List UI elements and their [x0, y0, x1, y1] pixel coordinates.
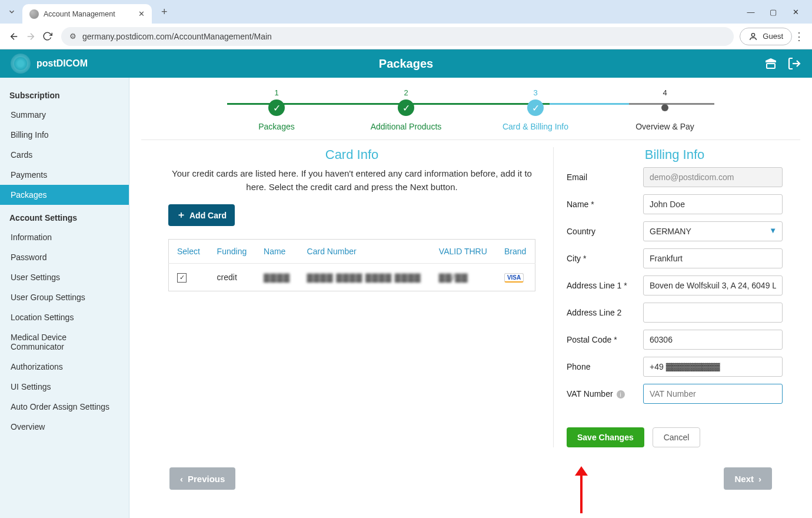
- billing-info-panel: Billing Info Email Name * CountryGERMANY…: [553, 147, 800, 447]
- add-card-button[interactable]: ＋ Add Card: [168, 204, 235, 226]
- sidebar-item-packages[interactable]: Packages: [0, 185, 129, 205]
- guest-label: Guest: [763, 32, 783, 41]
- url-text: germany.postdicom.com/AccountManagement/…: [82, 32, 272, 41]
- window-close-icon[interactable]: ✕: [791, 7, 800, 16]
- card-info-title: Card Info: [168, 147, 535, 162]
- logout-icon[interactable]: [787, 57, 801, 71]
- postal-code-field[interactable]: [643, 330, 783, 350]
- label-city: City *: [567, 254, 643, 263]
- tab-close-icon[interactable]: ✕: [138, 9, 145, 18]
- label-vat: VAT Numberi: [567, 389, 643, 399]
- nav-forward-icon: [22, 28, 39, 45]
- brand-logo-icon: [11, 54, 31, 74]
- nav-back-icon[interactable]: [6, 28, 22, 45]
- billing-info-title: Billing Info: [567, 147, 783, 162]
- email-field: [643, 167, 783, 187]
- phone-field[interactable]: [643, 357, 783, 377]
- next-button[interactable]: Next ›: [724, 467, 772, 490]
- previous-button[interactable]: ‹ Previous: [169, 467, 235, 490]
- card-info-panel: Card Info Your credit cards are listed h…: [141, 147, 553, 447]
- col-funding[interactable]: Funding: [209, 240, 255, 264]
- tab-title: Account Management: [44, 10, 115, 18]
- sidebar-item-payments[interactable]: Payments: [0, 165, 129, 185]
- app-header: postDICOM Packages: [0, 49, 812, 78]
- label-email: Email: [567, 172, 643, 182]
- label-postal: Postal Code *: [567, 335, 643, 344]
- checkmark-icon: ✓: [398, 99, 414, 116]
- sidebar-item-information[interactable]: Information: [0, 227, 129, 247]
- step-line: [550, 103, 628, 105]
- cell-card-number: ▓▓▓▓ ▓▓▓▓ ▓▓▓▓ ▓▓▓▓: [299, 264, 431, 291]
- address1-field[interactable]: [643, 275, 783, 295]
- window-maximize-icon[interactable]: ▢: [768, 7, 778, 16]
- cell-valid-thru: ▓▓/▓▓: [431, 264, 496, 291]
- cell-name: ▓▓▓▓: [255, 264, 299, 291]
- label-country: Country: [567, 227, 643, 236]
- content-area: 1 ✓ Packages 2 ✓ Additional Products 3 ✓…: [129, 78, 812, 518]
- wizard-stepper: 1 ✓ Packages 2 ✓ Additional Products 3 ✓…: [141, 84, 800, 140]
- col-brand[interactable]: Brand: [496, 240, 535, 264]
- row-select-checkbox[interactable]: ✓: [177, 273, 187, 283]
- sidebar-heading-subscription: Subscription: [0, 82, 129, 105]
- step-packages[interactable]: 1 ✓ Packages: [212, 88, 341, 131]
- address2-field[interactable]: [643, 303, 783, 323]
- sidebar-item-billing-info[interactable]: Billing Info: [0, 125, 129, 145]
- brand[interactable]: postDICOM: [11, 54, 88, 74]
- svg-rect-3: [767, 64, 775, 68]
- nav-reload-icon[interactable]: [39, 28, 55, 45]
- svg-point-2: [752, 33, 755, 36]
- card-info-subtitle: Your credit cards are listed here. If yo…: [168, 167, 535, 194]
- sidebar-item-cards[interactable]: Cards: [0, 145, 129, 165]
- checkmark-icon: ✓: [527, 99, 544, 116]
- profile-guest-chip[interactable]: Guest: [740, 28, 792, 45]
- sidebar-item-ui-settings[interactable]: UI Settings: [0, 377, 129, 397]
- browser-tab-strip: Account Management ✕ + — ▢ ✕: [0, 0, 812, 24]
- col-valid-thru[interactable]: VALID THRU: [431, 240, 496, 264]
- chevron-left-icon: ‹: [180, 474, 183, 484]
- url-bar[interactable]: ⚙ germany.postdicom.com/AccountManagemen…: [61, 27, 734, 46]
- page-title: Packages: [379, 57, 433, 71]
- name-field[interactable]: [643, 194, 783, 214]
- table-row[interactable]: ✓ credit ▓▓▓▓ ▓▓▓▓ ▓▓▓▓ ▓▓▓▓ ▓▓▓▓ ▓▓/▓▓ …: [169, 264, 535, 291]
- sidebar-item-authorizations[interactable]: Authorizations: [0, 357, 129, 377]
- vat-number-field[interactable]: [643, 384, 783, 404]
- label-addr2: Address Line 2: [567, 308, 643, 317]
- sidebar-item-location-settings[interactable]: Location Settings: [0, 307, 129, 327]
- country-select[interactable]: GERMANY: [643, 221, 783, 241]
- cell-funding: credit: [209, 264, 255, 291]
- label-name: Name *: [567, 200, 643, 209]
- step-line: [629, 103, 715, 105]
- cards-table: Select Funding Name Card Number VALID TH…: [168, 239, 535, 291]
- step-overview-pay[interactable]: 4 Overview & Pay: [600, 88, 730, 131]
- browser-tab-active[interactable]: Account Management ✕: [22, 4, 152, 24]
- cancel-button[interactable]: Cancel: [653, 427, 701, 447]
- step-line: [227, 103, 388, 105]
- city-field[interactable]: [643, 248, 783, 268]
- col-name[interactable]: Name: [255, 240, 299, 264]
- annotation-arrow-icon: [575, 466, 588, 513]
- tab-favicon: [29, 9, 39, 19]
- sidebar-item-password[interactable]: Password: [0, 247, 129, 267]
- new-tab-button[interactable]: +: [158, 6, 171, 18]
- browser-menu-icon[interactable]: ⋮: [792, 30, 806, 43]
- step-additional-products[interactable]: 2 ✓ Additional Products: [341, 88, 471, 131]
- window-minimize-icon[interactable]: —: [746, 7, 756, 16]
- step-card-billing[interactable]: 3 ✓ Card & Billing Info: [471, 88, 600, 131]
- col-select[interactable]: Select: [169, 240, 209, 264]
- sidebar: Subscription Summary Billing Info Cards …: [0, 78, 129, 518]
- tab-list-chevron[interactable]: [5, 5, 19, 19]
- sidebar-heading-account-settings: Account Settings: [0, 205, 129, 227]
- col-card-number[interactable]: Card Number: [299, 240, 431, 264]
- label-addr1: Address Line 1 *: [567, 281, 643, 290]
- sidebar-item-user-settings[interactable]: User Settings: [0, 267, 129, 287]
- site-settings-icon[interactable]: ⚙: [69, 32, 76, 41]
- info-icon[interactable]: i: [617, 390, 625, 399]
- sidebar-item-summary[interactable]: Summary: [0, 105, 129, 125]
- visa-brand-icon: VISA: [504, 273, 524, 283]
- sidebar-item-user-group-settings[interactable]: User Group Settings: [0, 287, 129, 307]
- sidebar-item-auto-order-assign[interactable]: Auto Order Assign Settings: [0, 397, 129, 417]
- sidebar-item-overview[interactable]: Overview: [0, 417, 129, 437]
- sidebar-item-medical-device-communicator[interactable]: Medical Device Communicator: [0, 327, 129, 357]
- billing-icon[interactable]: [764, 57, 778, 71]
- save-changes-button[interactable]: Save Changes: [567, 427, 644, 447]
